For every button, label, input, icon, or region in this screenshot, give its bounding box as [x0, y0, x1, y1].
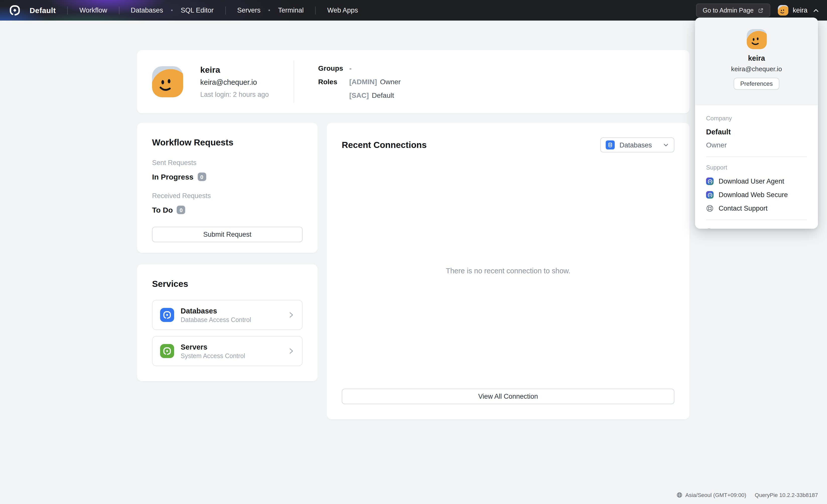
- nav-item-servers[interactable]: Servers: [237, 6, 260, 14]
- role-tag: [SAC]: [349, 91, 369, 99]
- timezone-indicator[interactable]: Asia/Seoul (GMT+09:00): [676, 492, 746, 498]
- chevron-up-icon[interactable]: [813, 7, 819, 13]
- connection-type-select[interactable]: Databases: [600, 137, 674, 153]
- go-to-admin-page-label: Go to Admin Page: [703, 7, 754, 14]
- groups-label: Groups: [318, 64, 349, 72]
- in-progress-count-badge: 0: [197, 172, 206, 181]
- footer: Asia/Seoul (GMT+09:00) QueryPie 10.2.2-3…: [676, 492, 818, 498]
- user-menu-profile-section: keira keira@chequer.io Preferences: [695, 17, 818, 105]
- role-value: Owner: [380, 78, 400, 86]
- external-link-icon: [758, 7, 764, 13]
- navbar-username[interactable]: keira: [793, 6, 808, 14]
- services-card: Services Databases Database Access Contr: [137, 264, 318, 381]
- nav-item-sql-editor[interactable]: SQL Editor: [181, 6, 213, 14]
- company-section-label: Company: [706, 115, 807, 122]
- user-menu-name: keira: [748, 54, 765, 62]
- service-item-databases[interactable]: Databases Database Access Control: [152, 300, 303, 330]
- querypie-agent-icon: [706, 177, 714, 185]
- nav-item-web-apps[interactable]: Web Apps: [327, 6, 358, 14]
- contact-support-label: Contact Support: [719, 205, 768, 212]
- databases-service-icon: [160, 308, 174, 322]
- service-item-servers[interactable]: Servers System Access Control: [152, 336, 303, 366]
- download-web-secure-item[interactable]: Download Web Secure: [706, 191, 807, 199]
- profile-meta: Groups - Roles [ADMIN]Owner [SAC]Default: [318, 64, 401, 99]
- user-menu-email: keira@chequer.io: [731, 65, 782, 73]
- view-all-connection-button[interactable]: View All Connection: [342, 389, 674, 404]
- role-item: [ADMIN]Owner: [349, 78, 401, 86]
- in-progress-row[interactable]: In Progress 0: [152, 172, 303, 181]
- app-version: QueryPie 10.2.2-33b8187: [755, 492, 818, 498]
- service-text: Servers System Access Control: [181, 343, 245, 359]
- service-name: Databases: [181, 307, 251, 315]
- nav-dot-separator: [171, 9, 173, 11]
- page: Default Workflow Databases SQL Editor Se…: [0, 0, 827, 504]
- go-to-admin-page-button[interactable]: Go to Admin Page: [696, 3, 770, 17]
- workflow-requests-card: Workflow Requests Sent Requests In Progr…: [137, 123, 318, 253]
- menu-divider: [706, 157, 807, 157]
- todo-count-badge: 0: [177, 206, 185, 214]
- nav-divider: [315, 6, 315, 14]
- life-ring-icon: [706, 205, 714, 212]
- support-section-label: Support: [706, 164, 807, 171]
- workspace-name: Default: [30, 6, 56, 14]
- user-avatar[interactable]: [778, 5, 788, 15]
- vertical-divider: [294, 61, 294, 103]
- sent-requests-label: Sent Requests: [152, 159, 303, 167]
- left-column: Workflow Requests Sent Requests In Progr…: [137, 123, 318, 381]
- nav-divider: [119, 6, 119, 14]
- servers-service-icon: [160, 344, 174, 358]
- contact-support-label-row: Download Web Secure: [719, 191, 788, 199]
- empty-state-message: There is no recent connection to show.: [342, 153, 674, 389]
- workflow-requests-title: Workflow Requests: [152, 137, 303, 148]
- nav-item-terminal[interactable]: Terminal: [278, 6, 304, 14]
- profile-last-login: Last login: 2 hours ago: [200, 91, 294, 98]
- nav-divider: [225, 6, 226, 14]
- chevron-right-icon: [288, 312, 295, 319]
- profile-info: keira keira@chequer.io Last login: 2 hou…: [200, 65, 294, 98]
- submit-request-button[interactable]: Submit Request: [152, 227, 303, 242]
- nav-item-databases[interactable]: Databases: [131, 6, 163, 14]
- database-icon: [606, 141, 615, 150]
- nav-dot-separator: [269, 9, 270, 11]
- received-requests-label: Received Requests: [152, 192, 303, 200]
- company-role: Owner: [706, 141, 807, 149]
- timezone-label: Asia/Seoul (GMT+09:00): [685, 492, 746, 498]
- company-name-item[interactable]: Default: [706, 128, 807, 136]
- chevron-right-icon: [288, 347, 295, 354]
- role-item: [SAC]Default: [349, 91, 401, 99]
- recent-connections-header: Recent Connections Databases: [342, 137, 674, 153]
- main-content: keira keira@chequer.io Last login: 2 hou…: [137, 50, 689, 419]
- user-avatar: [746, 29, 767, 49]
- querypie-web-secure-icon: [706, 191, 714, 199]
- right-column: Recent Connections Databases: [327, 123, 689, 419]
- connection-type-value: Databases: [620, 141, 652, 149]
- service-text: Databases Database Access Control: [181, 307, 251, 323]
- service-description: System Access Control: [181, 352, 245, 359]
- globe-icon: [676, 492, 682, 498]
- menu-divider: [706, 220, 807, 220]
- service-name: Servers: [181, 343, 245, 351]
- service-description: Database Access Control: [181, 316, 251, 323]
- recent-connections-card: Recent Connections Databases: [327, 123, 689, 419]
- preferences-button[interactable]: Preferences: [734, 78, 779, 90]
- groups-value: -: [349, 64, 401, 72]
- todo-row[interactable]: To Do 0: [152, 206, 303, 214]
- profile-card: keira keira@chequer.io Last login: 2 hou…: [137, 50, 689, 113]
- chevron-down-icon: [663, 142, 669, 148]
- nav-item-workflow[interactable]: Workflow: [80, 6, 107, 14]
- navbar-right: Go to Admin Page keira: [696, 3, 819, 17]
- services-title: Services: [152, 279, 303, 289]
- in-progress-label: In Progress: [152, 172, 193, 181]
- roles-label: Roles: [318, 78, 349, 86]
- download-user-agent-label: Download User Agent: [719, 177, 784, 185]
- nav-divider: [67, 6, 68, 14]
- logout-item[interactable]: Logout: [706, 227, 807, 229]
- profile-name: keira: [200, 65, 294, 75]
- user-menu-body: Company Default Owner Support Download U…: [695, 105, 818, 229]
- recent-connections-title: Recent Connections: [342, 140, 427, 150]
- contact-support-item[interactable]: Contact Support: [706, 205, 807, 212]
- querypie-logo-icon: [9, 4, 20, 16]
- todo-label: To Do: [152, 206, 173, 214]
- logout-label: Logout: [719, 227, 740, 229]
- download-user-agent-item[interactable]: Download User Agent: [706, 177, 807, 185]
